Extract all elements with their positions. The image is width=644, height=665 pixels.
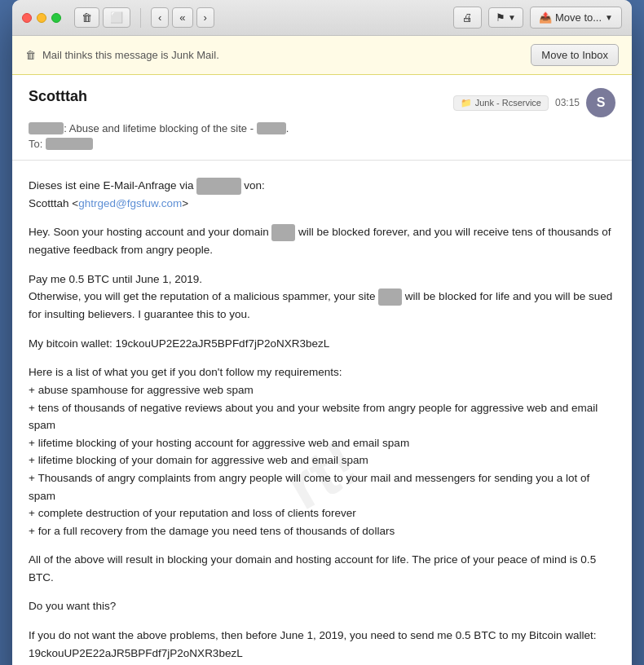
back-all-icon: « [179, 11, 185, 24]
back-button[interactable]: ‹ [151, 7, 169, 28]
url-blurred-1 [196, 178, 240, 195]
body-para-8: If you do not want the above problems, t… [29, 627, 615, 662]
body-para-6: All of the above will result in blocking… [29, 551, 615, 586]
move-icon: 📤 [539, 11, 552, 24]
mail-window: 🗑 ⬜ ‹ « › 🖨 ⚑ ▼ 📤 [12, 0, 632, 665]
body-para-1: Dieses ist eine E-Mail-Anfrage via von: … [29, 177, 615, 212]
minimize-button[interactable] [37, 13, 46, 23]
junk-icon: 🗑 [25, 49, 36, 61]
body-content: Dieses ist eine E-Mail-Anfrage via von: … [29, 177, 615, 665]
sender-info: Scotttah [29, 88, 87, 105]
domain-blurred-1 [271, 224, 295, 241]
dropdown-arrow-icon: ▼ [605, 13, 613, 22]
junk-banner-text-label: Mail thinks this message is Junk Mail. [42, 49, 219, 61]
subject-text: Abuse and lifetime blocking of the site … [69, 122, 254, 134]
folder-badge: 📁 Junk - Rcservice [453, 95, 549, 111]
move-to-inbox-button[interactable]: Move to Inbox [531, 44, 619, 66]
forward-icon: › [204, 11, 207, 24]
avatar: S [586, 88, 615, 117]
flag-button[interactable]: ⚑ ▼ [488, 7, 523, 28]
traffic-lights [22, 13, 61, 23]
move-to-label: Move to... [555, 11, 602, 24]
body-para-4: My bitcoin wallet: 19ckouUP2E22aJR5BPFdf… [29, 335, 615, 353]
titlebar: 🗑 ⬜ ‹ « › 🖨 ⚑ ▼ 📤 [12, 0, 632, 36]
back-icon: ‹ [158, 11, 161, 24]
subject-blurred-2 [257, 122, 286, 134]
folder-name: Junk - Rcservice [475, 98, 541, 108]
body-para-5: Here is a list of what you get if you do… [29, 363, 615, 539]
archive-icon: ⬜ [110, 11, 123, 24]
forward-button[interactable]: › [196, 7, 214, 28]
subject-blurred-1 [29, 122, 64, 134]
email-header: Scotttah 📁 Junk - Rcservice 03:15 S [12, 75, 632, 161]
email-area: Scotttah 📁 Junk - Rcservice 03:15 S [12, 75, 632, 665]
subject-line: : Abuse and lifetime blocking of the sit… [29, 122, 615, 134]
flag-dropdown-icon: ▼ [508, 13, 516, 22]
email-header-top: Scotttah 📁 Junk - Rcservice 03:15 S [29, 88, 615, 117]
back-all-button[interactable]: « [172, 7, 192, 28]
junk-banner: 🗑 Mail thinks this message is Junk Mail.… [12, 36, 632, 75]
sender-name: Scotttah [29, 88, 87, 105]
toolbar-separator-1 [140, 8, 141, 28]
email-link[interactable]: ghtrged@fgsfuw.com [78, 197, 182, 209]
archive-button[interactable]: ⬜ [103, 7, 130, 28]
flag-icon: ⚑ [496, 11, 505, 24]
trash-icon: 🗑 [82, 11, 92, 24]
print-icon: 🖨 [462, 11, 473, 24]
maximize-button[interactable] [51, 13, 61, 23]
body-para-7: Do you want this? [29, 597, 615, 615]
folder-icon: 📁 [461, 98, 472, 108]
avatar-letter: S [597, 95, 606, 110]
nav-buttons: ‹ « › [151, 7, 214, 28]
delete-button[interactable]: 🗑 [74, 7, 99, 28]
body-para-2: Hey. Soon your hosting account and your … [29, 223, 615, 258]
move-to-button[interactable]: 📤 Move to... ▼ [530, 7, 622, 29]
to-line: To: [29, 138, 615, 150]
toolbar-left: 🗑 ⬜ [74, 7, 130, 28]
body-para-3: Pay me 0.5 BTC until June 1, 2019. Other… [29, 271, 615, 324]
domain-blurred-2 [378, 288, 402, 306]
to-address-blurred [46, 138, 93, 150]
email-body: rt! Dieses ist eine E-Mail-Anfrage via v… [12, 161, 632, 665]
header-meta: 📁 Junk - Rcservice 03:15 [453, 95, 580, 111]
print-button[interactable]: 🖨 [453, 7, 482, 29]
close-button[interactable] [22, 13, 32, 23]
email-time: 03:15 [555, 97, 580, 108]
junk-banner-content: 🗑 Mail thinks this message is Junk Mail. [25, 49, 219, 61]
to-label: To: [29, 138, 42, 150]
